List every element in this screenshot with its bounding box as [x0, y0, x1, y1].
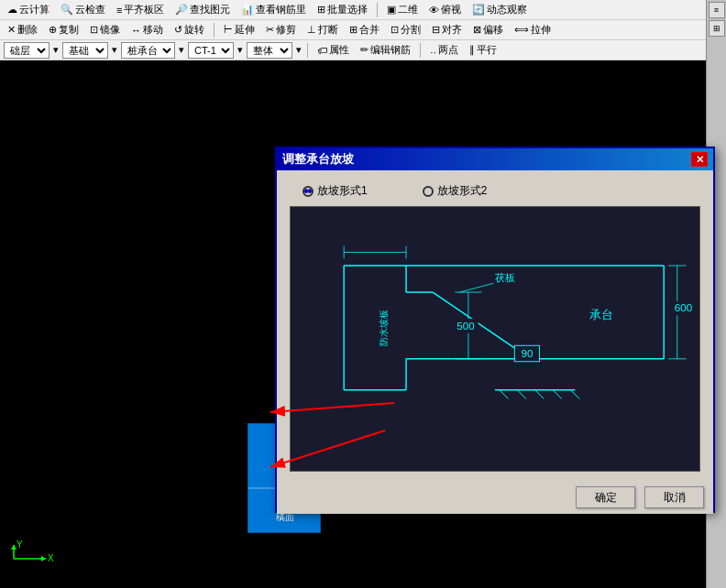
move-icon: ↔: [131, 25, 141, 36]
radio-label-2: 放坡形式2: [437, 183, 488, 199]
dialog-body: 放坡形式1 放坡形式2: [277, 170, 713, 481]
svg-text:90: 90: [521, 347, 533, 359]
properties-icon: 🏷: [317, 45, 327, 56]
svg-rect-7: [291, 212, 699, 465]
svg-marker-2: [41, 556, 46, 561]
orbit-icon: 🔄: [472, 4, 485, 16]
toolbar-item-batch[interactable]: ⊞ 批量选择: [314, 2, 371, 17]
dialog-radio-row: 放坡形式1 放坡形式2: [284, 178, 706, 204]
combo-sep-5: ▾: [296, 44, 302, 56]
toolbar-item-2d[interactable]: ▣ 二维: [383, 2, 422, 17]
toolbar-item-edit-rebar[interactable]: ✏ 编辑钢筋: [357, 42, 414, 58]
dialog-drawing-area: 500 90 600 茯板 防水坡板 承台: [290, 206, 700, 472]
toolbar-row-2: ✕ 删除 ⊕ 复制 ⊡ 镜像 ↔ 移动 ↺ 旋转 ⊢ 延伸 ✂ 修剪 ⊥: [0, 20, 706, 40]
toolbar-item-cloud-check[interactable]: 🔍 云检查: [57, 2, 109, 17]
id-combo[interactable]: CT-1: [188, 42, 234, 59]
toolbar-item-split[interactable]: ⊡ 分割: [387, 22, 424, 38]
svg-text:X: X: [48, 553, 54, 563]
align-icon: ≡: [116, 5, 122, 16]
svg-text:防水坡板: 防水坡板: [379, 310, 389, 346]
right-panel-btn-1[interactable]: ≡: [709, 2, 725, 18]
separator-3: [307, 43, 308, 58]
combo-sep-2: ▾: [112, 44, 117, 56]
copy-icon: ⊕: [49, 24, 57, 36]
toolbar-item-offset[interactable]: ⊠ 偏移: [469, 22, 507, 38]
cloud-check-icon: 🔍: [60, 4, 73, 16]
find-icon: 🔎: [175, 4, 188, 16]
separator-4: [420, 43, 421, 58]
toolbar-row-3: 础层 ▾ 基础 ▾ 桩承台 ▾ CT-1 ▾ 整体 ▾ 🏷 属性 ✏ 编辑钢筋 …: [0, 40, 706, 60]
floor-combo[interactable]: 础层: [4, 42, 50, 59]
radio-circle-1: [302, 186, 314, 197]
toolbar-item-delete[interactable]: ✕ 删除: [4, 22, 41, 38]
combo-sep-1: ▾: [53, 44, 59, 56]
mirror-icon: ⊡: [90, 24, 98, 36]
toolbar-item-extend[interactable]: ⊢ 延伸: [220, 22, 258, 38]
right-panel-btn-2[interactable]: ⊞: [709, 20, 725, 37]
delete-icon: ✕: [7, 24, 16, 36]
rebar-view-icon: 📊: [241, 4, 254, 16]
toolbar-item-compute[interactable]: ☁ 云计算: [4, 2, 53, 17]
confirm-button[interactable]: 确定: [576, 486, 635, 508]
toolbar-item-topview[interactable]: 👁 俯视: [425, 2, 465, 17]
radio-label-1: 放坡形式1: [317, 183, 368, 199]
trim-icon: ✂: [266, 24, 274, 36]
toolbar-item-break[interactable]: ⊥ 打断: [303, 22, 342, 38]
toolbar-item-orbit[interactable]: 🔄 动态观察: [468, 2, 531, 17]
combo-sep-4: ▾: [237, 44, 243, 56]
dialog-titlebar: 调整承台放坡 ✕: [277, 148, 713, 170]
toolbar-item-move[interactable]: ↔ 移动: [127, 22, 167, 38]
toolbar-item-parallel[interactable]: ∥ 平行: [466, 42, 500, 58]
toolbar-item-properties[interactable]: 🏷 属性: [314, 42, 353, 58]
subtype-combo[interactable]: 桩承台: [121, 42, 175, 59]
offset-icon: ⊠: [473, 24, 481, 36]
edit-rebar-icon: ✏: [360, 44, 368, 56]
alignobj-icon: ⊟: [432, 24, 440, 36]
radio-option-1[interactable]: 放坡形式1: [302, 183, 368, 199]
toolbar-item-rotate[interactable]: ↺ 旋转: [170, 22, 208, 38]
adjust-slope-dialog: 调整承台放坡 ✕ 放坡形式1 放坡形式2: [275, 147, 715, 513]
extend-icon: ⊢: [224, 24, 233, 36]
split-icon: ⊡: [390, 24, 399, 36]
rotate-icon: ↺: [174, 24, 182, 36]
parallel-icon: ∥: [469, 44, 475, 56]
svg-text:600: 600: [675, 301, 693, 313]
radio-circle-2: [423, 186, 434, 197]
radio-option-2[interactable]: 放坡形式2: [423, 183, 488, 199]
dialog-title: 调整承台放坡: [282, 151, 354, 168]
2d-icon: ▣: [387, 4, 396, 16]
toolbar-item-stretch[interactable]: ⟺ 拉伸: [511, 22, 555, 38]
cancel-button[interactable]: 取消: [644, 486, 704, 508]
toolbar-item-find[interactable]: 🔎 查找图元: [171, 2, 234, 17]
stretch-icon: ⟺: [514, 24, 529, 36]
axes-indicator: X Y: [9, 540, 64, 570]
scope-combo[interactable]: 整体: [247, 42, 292, 59]
dialog-footer: 确定 取消: [277, 481, 713, 514]
topview-icon: 👁: [429, 5, 439, 16]
toolbar-item-trim[interactable]: ✂ 修剪: [262, 22, 300, 38]
toolbar-item-copy[interactable]: ⊕ 复制: [45, 22, 82, 38]
technical-drawing-svg: 500 90 600 茯板 防水坡板 承台: [291, 207, 699, 471]
separator-2: [214, 23, 214, 38]
toolbar-item-align[interactable]: ≡ 平齐板区: [113, 2, 168, 17]
two-point-icon: ‥: [430, 44, 436, 56]
svg-text:承台: 承台: [589, 309, 613, 321]
combo-sep-3: ▾: [179, 44, 184, 56]
toolbar-item-rebar-view[interactable]: 📊 查看钢筋里: [237, 2, 310, 17]
dialog-close-button[interactable]: ✕: [691, 152, 708, 167]
toolbar-item-mirror[interactable]: ⊡ 镜像: [86, 22, 124, 38]
svg-text:茯板: 茯板: [495, 272, 515, 283]
merge-icon: ⊞: [349, 24, 358, 36]
svg-text:Y: Y: [16, 540, 23, 550]
toolbar-item-merge[interactable]: ⊞ 合并: [346, 22, 383, 38]
separator-1: [377, 3, 378, 17]
svg-text:500: 500: [456, 320, 475, 332]
toolbar-row-1: ☁ 云计算 🔍 云检查 ≡ 平齐板区 🔎 查找图元 📊 查看钢筋里 ⊞ 批量选择…: [0, 0, 706, 20]
compute-icon: ☁: [7, 4, 17, 16]
toolbar-item-two-point[interactable]: ‥ 两点: [426, 42, 462, 58]
toolbar-item-alignobj[interactable]: ⊟ 对齐: [428, 22, 466, 38]
batch-icon: ⊞: [317, 4, 325, 16]
type-combo[interactable]: 基础: [62, 42, 108, 59]
axes-svg: X Y: [9, 540, 64, 568]
break-icon: ⊥: [307, 24, 316, 36]
